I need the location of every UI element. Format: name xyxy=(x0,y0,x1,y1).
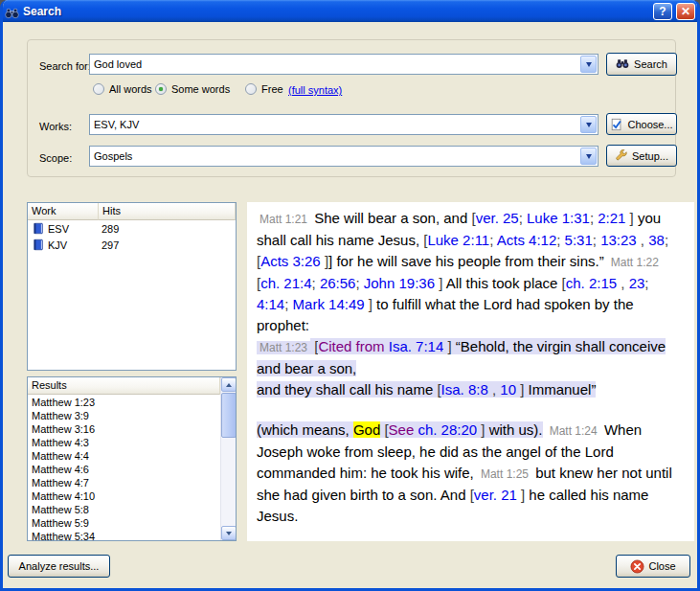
preview-text: (which means, xyxy=(257,421,353,438)
scope-combobox[interactable]: Gospels xyxy=(89,146,598,167)
verse-number: Matt 1:23 xyxy=(257,341,310,354)
scope-setup-button-label: Setup... xyxy=(632,150,668,162)
verse-ref-link[interactable]: ch. 21:4 xyxy=(260,275,311,291)
verse-ref-link[interactable]: John 19:36 xyxy=(364,275,435,291)
verse-ref-link[interactable]: 4:14 xyxy=(257,296,284,312)
work-column-header[interactable]: Work xyxy=(28,203,99,220)
works-hits-table: Work Hits ESV 289 KJV xyxy=(27,202,237,371)
search-combo-dropdown-button[interactable] xyxy=(580,56,597,73)
radio-some-words-label: Some words xyxy=(171,83,230,95)
table-row-esv[interactable]: ESV 289 xyxy=(28,220,236,237)
analyze-results-button[interactable]: Analyze results... xyxy=(8,555,110,578)
preview-text: and they shall call his name xyxy=(257,381,437,398)
verse-ref-link[interactable]: 13:23 xyxy=(600,232,637,248)
verse-ref-link[interactable]: 26:56 xyxy=(320,275,356,291)
verse-number: Matt 1:25 xyxy=(478,467,531,481)
work-name: ESV xyxy=(48,223,69,235)
search-input-value[interactable]: God loved xyxy=(90,58,579,70)
preview-text: ] xyxy=(365,296,373,312)
scope-combo-dropdown-button[interactable] xyxy=(580,148,597,165)
table-row-kjv[interactable]: KJV 297 xyxy=(28,237,236,253)
choose-works-button[interactable]: Choose... xyxy=(606,113,677,135)
works-combobox[interactable]: ESV, KJV xyxy=(89,114,598,135)
preview-text: ] xyxy=(443,338,451,354)
radio-some-words[interactable]: Some words xyxy=(155,83,230,95)
verse-ref-link[interactable]: Luke 1:31 xyxy=(527,210,590,226)
results-scrollbar[interactable] xyxy=(220,377,236,540)
list-item[interactable]: Matthew 5:8 xyxy=(28,503,220,516)
verse-number: Matt 1:24 xyxy=(547,424,600,438)
list-item[interactable]: Matthew 4:7 xyxy=(28,476,220,489)
preview-text: ; xyxy=(590,210,598,226)
verse-ref-link[interactable]: Acts 4:12 xyxy=(497,232,557,248)
verse-ref-link[interactable]: Acts 3:26 xyxy=(260,253,321,269)
works-table-header: Work Hits xyxy=(28,203,236,220)
search-button[interactable]: Search xyxy=(606,53,677,76)
results-column-header[interactable]: Results xyxy=(28,377,220,395)
preview-text: Immanuel” xyxy=(524,381,596,398)
verse-ref-link[interactable]: 38 xyxy=(648,232,665,248)
verse-number: Matt 1:22 xyxy=(608,256,662,269)
title-bar[interactable]: Search ? ✕ xyxy=(0,0,700,22)
verse-ref-link[interactable]: Mark 14:49 xyxy=(293,296,365,312)
verse-ref-link[interactable]: 10 xyxy=(500,381,516,398)
radio-free[interactable]: Free xyxy=(245,83,283,95)
list-item[interactable]: Matthew 5:34 xyxy=(28,530,220,540)
red-circle-x-icon xyxy=(630,559,644,574)
scrollbar-thumb[interactable] xyxy=(221,393,237,438)
verse-ref-link[interactable]: ver. 21 xyxy=(474,487,517,503)
works-combo-dropdown-button[interactable] xyxy=(580,116,597,133)
verse-ref-link[interactable]: Luke 2:11 xyxy=(427,232,489,248)
search-button-label: Search xyxy=(634,58,667,70)
verse-ref-link[interactable]: ver. 25 xyxy=(476,210,519,226)
verse-ref-link[interactable]: Isa. 7:14 xyxy=(389,338,444,354)
window-close-button[interactable]: ✕ xyxy=(676,3,695,20)
verse-ref-link[interactable]: 2:21 xyxy=(598,210,625,226)
list-item[interactable]: Matthew 1:23 xyxy=(28,396,220,409)
list-item[interactable]: Matthew 4:3 xyxy=(28,436,220,449)
radio-all-words[interactable]: All words xyxy=(93,83,152,95)
radio-circle-selected-icon xyxy=(155,83,167,95)
verse-ref-link[interactable]: 23 xyxy=(629,275,645,291)
search-input-combobox[interactable]: God loved xyxy=(89,54,598,75)
verse-ref-link[interactable]: ch. 2:15 xyxy=(566,275,617,291)
dialog-content: Search for: God loved Search All words S… xyxy=(3,22,697,588)
book-icon xyxy=(32,239,44,251)
scope-label: Scope: xyxy=(39,152,72,164)
results-list: Results Matthew 1:23 Matthew 3:9 Matthew… xyxy=(27,376,237,541)
verse-number: Matt 1:21 xyxy=(257,213,310,226)
verse-ref-link[interactable]: Isa. 8:8 xyxy=(441,381,488,398)
list-item[interactable]: Matthew 3:9 xyxy=(28,409,220,422)
list-item[interactable]: Matthew 4:4 xyxy=(28,449,220,463)
wrench-icon xyxy=(615,149,628,163)
list-item[interactable]: Matthew 3:16 xyxy=(28,422,220,436)
search-hit-highlight: God xyxy=(353,421,380,438)
radio-all-words-label: All words xyxy=(109,83,152,95)
preview-text: ] for he will save his people from their… xyxy=(328,253,608,269)
help-button[interactable]: ? xyxy=(653,3,672,20)
preview-text: ; xyxy=(519,210,527,226)
list-item[interactable]: Matthew 4:10 xyxy=(28,489,220,503)
preview-text: ; xyxy=(312,275,320,291)
works-combobox-value[interactable]: ESV, KJV xyxy=(90,119,579,130)
list-item[interactable]: Matthew 4:6 xyxy=(28,463,220,476)
preview-pane[interactable]: Matt 1:21 She will bear a son, and [ver.… xyxy=(247,202,694,541)
scroll-down-button[interactable] xyxy=(221,526,237,540)
preview-text: ] xyxy=(477,421,485,438)
scope-combobox-value[interactable]: Gospels xyxy=(90,150,579,162)
hits-column-header[interactable]: Hits xyxy=(99,203,236,220)
full-syntax-link[interactable]: (full syntax) xyxy=(288,84,342,96)
scroll-up-button[interactable] xyxy=(221,377,237,392)
preview-text: , xyxy=(488,381,501,398)
verse-ref-link[interactable]: 5:31 xyxy=(565,232,593,248)
radio-free-label: Free xyxy=(261,83,283,95)
triangle-down-icon xyxy=(226,532,232,535)
scope-setup-button[interactable]: Setup... xyxy=(606,145,677,167)
list-item[interactable]: Matthew 5:9 xyxy=(28,516,220,530)
verse-ref-link[interactable]: ch. 28:20 xyxy=(418,421,477,438)
close-button[interactable]: Close xyxy=(616,555,690,578)
search-options-group: Search for: God loved Search All words S… xyxy=(27,39,676,177)
preview-text: , xyxy=(637,232,649,248)
preview-text: All this took place xyxy=(442,275,561,291)
preview-paragraph: Matt 1:21 She will bear a son, and [ver.… xyxy=(257,208,685,336)
